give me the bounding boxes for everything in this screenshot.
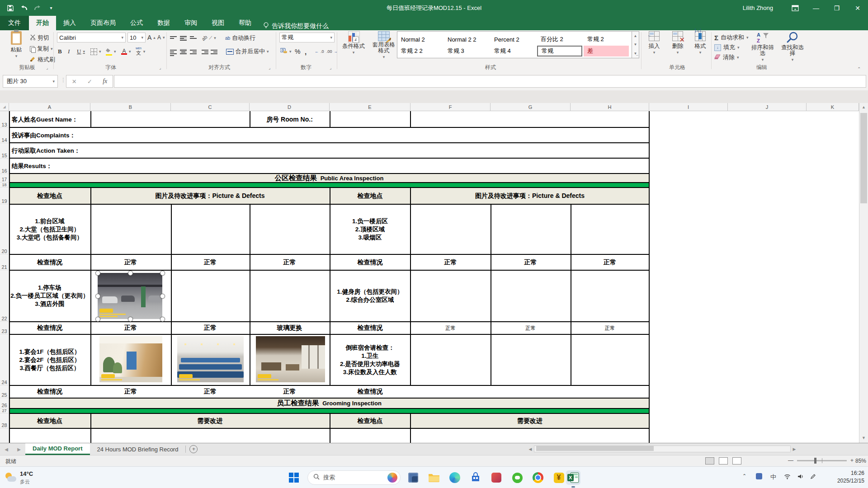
sheet-nav-left-icon[interactable]: ◀	[0, 443, 13, 455]
cell-e25[interactable]: 检查情况	[330, 385, 410, 398]
cancel-entry-icon[interactable]: ✕	[72, 78, 77, 85]
italic-button[interactable]: I	[68, 47, 70, 56]
paste-button[interactable]: 粘贴▾	[4, 31, 29, 63]
confirm-entry-icon[interactable]: ✓	[87, 78, 92, 85]
cut-button[interactable]: 剪切	[30, 33, 49, 43]
cell-e28[interactable]: 检查地点	[330, 413, 410, 428]
cell-d13[interactable]: 房号 Room No.:	[250, 111, 330, 128]
tab-view[interactable]: 视图	[204, 16, 231, 30]
tab-data[interactable]: 数据	[150, 16, 177, 30]
resize-handle-w[interactable]	[95, 294, 100, 299]
style-changgui22[interactable]: 常规 2 2	[397, 46, 443, 56]
zoom-level[interactable]: 85%	[855, 458, 866, 464]
font-color-button[interactable]: A▾	[121, 47, 131, 56]
row-header-23[interactable]: 23	[0, 322, 9, 334]
row-header-24[interactable]: 24	[0, 334, 9, 385]
rotate-handle-icon[interactable]: ⟳	[127, 258, 132, 265]
cell-d21[interactable]: 正常	[250, 254, 330, 270]
resize-handle-e[interactable]	[160, 294, 165, 299]
col-header-E[interactable]: E	[330, 103, 410, 111]
cell-a22[interactable]: 1.停车场2.负一楼员工区域（更衣间）3.酒店外围	[9, 270, 90, 322]
tray-chevron-icon[interactable]: ⌃	[742, 473, 746, 479]
tab-formulas[interactable]: 公式	[123, 16, 150, 30]
clear-button[interactable]: 清除▾	[714, 53, 739, 62]
page-layout-view-icon[interactable]	[719, 457, 728, 465]
comma-style-button[interactable]: ,	[305, 47, 307, 56]
sheet-nav-right-icon[interactable]: ▶	[13, 443, 25, 455]
cell-e24[interactable]: 倒班宿舍请检查：1.卫生2.是否使用大功率电器3.床位数及入住人数	[330, 334, 410, 385]
cell-a25[interactable]: 检查情况	[9, 385, 90, 398]
style-normal22[interactable]: Normal 2 2	[444, 34, 489, 45]
row-header-20[interactable]: 20	[0, 204, 9, 254]
cell-g23[interactable]: 正常	[491, 322, 571, 334]
cell-f19-merged[interactable]: 图片及待改进事项：Picture & Defects	[410, 188, 649, 204]
vertical-scrollbar[interactable]: ▲ ▼	[859, 103, 868, 443]
restore-button[interactable]: ❐	[826, 0, 847, 16]
underline-button[interactable]: U▾	[77, 47, 85, 56]
style-changgui-selected[interactable]: 常规	[537, 46, 582, 56]
cell-a19[interactable]: 检查地点	[9, 188, 90, 204]
cell-e22[interactable]: 1.健身房（包括更衣间）2.综合办公室区域	[330, 270, 410, 322]
cell-g21[interactable]: 正常	[491, 254, 571, 270]
align-top-icon[interactable]	[170, 35, 177, 41]
namebox-splitter[interactable]: ⋮	[61, 77, 66, 83]
name-box[interactable]: 图片 30▾	[3, 75, 58, 88]
formula-input[interactable]	[114, 75, 866, 88]
cell-a24[interactable]: 1.宴会1F（包括后区）2.宴会2F（包括后区）3.西餐厅（包括后区）	[9, 334, 90, 385]
copilot-orb-icon[interactable]	[387, 473, 397, 483]
sheet-tab-24hours-briefing[interactable]: 24 Hours MOD Briefing Record	[90, 443, 186, 455]
resize-handle-ne[interactable]	[160, 271, 165, 276]
shrink-font-button[interactable]: A▾	[157, 33, 165, 42]
style-normal2[interactable]: Normal 2	[397, 34, 443, 45]
format-cells-button[interactable]: |↔| 格式▾	[690, 31, 711, 63]
tell-me-box[interactable]: 告诉我你想要做什么	[263, 22, 329, 30]
cell-e21[interactable]: 检查情况	[330, 254, 410, 270]
col-header-G[interactable]: G	[491, 103, 571, 111]
zoom-in-button[interactable]: +	[850, 457, 854, 464]
start-button[interactable]	[287, 470, 301, 485]
normal-view-icon[interactable]	[705, 457, 714, 465]
style-changgui4[interactable]: 常规 4	[491, 46, 536, 56]
wrap-text-button[interactable]: ab自动换行	[225, 33, 255, 43]
style-changgui2[interactable]: 常规 2	[584, 34, 629, 45]
tab-insert[interactable]: 插入	[56, 16, 83, 30]
cell-e19[interactable]: 检查地点	[330, 188, 410, 204]
col-header-J[interactable]: J	[728, 103, 807, 111]
decrease-decimal-button[interactable]: .00→	[326, 47, 338, 56]
row-header-26[interactable]: 26	[0, 398, 9, 408]
format-as-table-button[interactable]: 套用表格格式▾	[370, 31, 398, 63]
cell-a13[interactable]: 客人姓名Guest Name：	[10, 111, 91, 128]
increase-indent-icon[interactable]	[211, 49, 217, 54]
row-header-25[interactable]: 25	[0, 385, 9, 398]
cell-h23[interactable]: 正常	[571, 322, 649, 334]
sort-filter-button[interactable]: AZ 排序和筛选▾	[749, 31, 777, 63]
align-bottom-icon[interactable]	[190, 35, 197, 41]
grow-font-button[interactable]: BA▴	[147, 33, 156, 42]
search-box[interactable]: 搜索	[307, 470, 401, 485]
tab-file[interactable]: 文件	[0, 16, 29, 30]
insert-cells-button[interactable]: ← 插入▾	[644, 31, 665, 63]
bold-button[interactable]: B	[58, 47, 62, 56]
format-painter-button[interactable]: 格式刷	[30, 55, 55, 65]
cell-b23[interactable]: 正常	[90, 322, 171, 334]
row-header-28[interactable]: 28	[0, 413, 9, 428]
minimize-button[interactable]: —	[806, 0, 826, 16]
cell-e20[interactable]: 1.负一楼后区2.顶楼区域3.吸烟区	[330, 204, 410, 254]
percent-style-button[interactable]: %	[295, 47, 300, 56]
accounting-format-button[interactable]: ▾	[280, 47, 292, 56]
align-left-icon[interactable]	[170, 49, 177, 54]
style-bad[interactable]: 差	[584, 46, 629, 56]
row-header-19[interactable]: 19	[0, 188, 9, 204]
zoom-out-button[interactable]: —	[788, 457, 793, 464]
taskbar-clock[interactable]: 16:262025/12/15	[837, 469, 864, 485]
col-header-B[interactable]: B	[90, 103, 171, 111]
edge-browser-icon[interactable]	[448, 470, 462, 485]
resize-handle-n[interactable]	[128, 271, 133, 276]
resize-handle-nw[interactable]	[95, 271, 100, 276]
align-right-icon[interactable]	[190, 49, 197, 54]
pen-icon[interactable]	[810, 473, 816, 481]
cell-c21[interactable]: 正常	[171, 254, 250, 270]
resize-handle-se[interactable]	[160, 317, 165, 322]
zoom-slider[interactable]	[797, 460, 847, 461]
tray-app-icon[interactable]	[756, 473, 762, 481]
